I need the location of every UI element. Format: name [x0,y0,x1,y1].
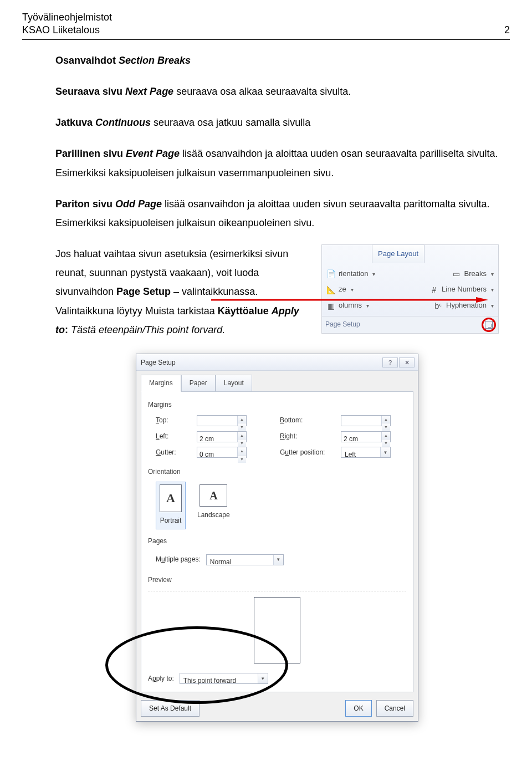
spinner-down-icon[interactable]: ▼ [382,423,390,431]
input-left-value: 2 cm [197,432,237,442]
tab-panel-margins: Margins TTop:op: ▲▼ Bottom: ▲▼ Left: 2 c… [141,391,413,692]
p5-f: : [65,324,71,335]
group-orientation-label: Orientation [148,466,406,478]
input-left[interactable]: 2 cm▲▼ [197,431,247,442]
p2-rest: seuraava osa jatkuu samalla sivulla [151,117,310,128]
title-fi: Osanvaihdot [55,55,119,66]
label-gutter: Gutter: [156,446,197,459]
header-line-2: KSAO Liiketalous [22,24,112,37]
cancel-button[interactable]: Cancel [376,700,413,717]
dropdown-icon: ▾ [372,269,375,279]
p5-g: Tästä eteenpäin/This point forvard. [71,324,225,335]
dialog-launcher-button[interactable] [485,321,493,329]
input-bottom[interactable]: ▲▼ [341,415,391,426]
combo-apply-to[interactable]: This point forward▼ [180,673,268,684]
combo-multiple-pages-value: Normal [207,555,273,565]
input-bottom-value [341,416,381,426]
dropdown-icon: ▾ [366,300,369,311]
portrait-icon: A [160,484,182,512]
p5-d: Käyttöalue [218,305,272,316]
tab-layout[interactable]: Layout [216,375,252,392]
margins-grid: TTop:op: ▲▼ Bottom: ▲▼ Left: 2 cm▲▼ Righ… [148,414,406,458]
p2-bold-italic: Continuous [95,117,151,128]
input-right-value: 2 cm [341,432,381,442]
ok-button[interactable]: OK [345,700,371,717]
spinner-up-icon[interactable]: ▲ [382,432,390,440]
breaks-label[interactable]: Breaks [464,267,487,281]
columns-icon: ▥ [326,302,335,310]
spinner-down-icon[interactable]: ▼ [382,440,390,447]
size-label[interactable]: ze [339,283,346,297]
p3-bold: Parillinen sivu [55,148,126,159]
p3-bold-italic: Event Page [126,148,180,159]
input-gutter[interactable]: 0 cm▲▼ [197,447,247,458]
set-as-default-button[interactable]: Set As Default [141,700,200,717]
p1-bold-italic: Next Page [125,86,173,97]
size-icon: 📐 [326,285,335,294]
page-setup-dialog: Page Setup ? ✕ Margins Paper Layout Marg… [136,354,418,722]
group-pages-label: Pages [148,535,406,548]
annotation-red-circle [482,318,496,332]
window-buttons: ? ✕ [382,358,415,367]
label-top: TTop:op: [156,414,197,427]
section-title: Osanvaihdot Section Breaks [55,51,499,70]
combo-gutter-position-value: Left [341,447,380,457]
spinner-down-icon[interactable]: ▼ [238,423,246,431]
line-numbers-icon: # [429,285,438,294]
p4-bold: Pariton sivu [55,198,115,210]
page-header: Työvälineohjelmistot KSAO Liiketalous 2 [22,11,510,37]
dialog-titlebar: Page Setup ? ✕ [136,354,418,371]
combo-multiple-pages[interactable]: Normal▼ [206,554,284,565]
input-right[interactable]: 2 cm▲▼ [341,431,391,442]
ribbon-snippet: Page Layout 📄 rientation▾ ▭ Breaks▾ 📐 ze… [321,244,499,334]
orientation-landscape[interactable]: A Landscape [193,482,234,530]
dropdown-icon: ▾ [351,284,354,295]
spinner-down-icon[interactable]: ▼ [238,456,246,463]
input-top[interactable]: ▲▼ [197,415,247,426]
group-preview-label: Preview [148,574,406,586]
spinner-down-icon[interactable]: ▼ [238,440,246,447]
orientation-portrait[interactable]: A Portrait [156,482,186,530]
ribbon-row-2: 📐 ze▾ # Line Numbers▾ [326,282,494,298]
orientation-label[interactable]: rientation [339,267,368,281]
hyphenation-icon: bᶜ [434,302,443,310]
spinner-up-icon[interactable]: ▲ [238,432,246,440]
line-numbers-label[interactable]: Line Numbers [442,283,487,297]
page-number: 2 [504,24,510,37]
para-even-page: Parillinen sivu Event Page lisää osanvai… [55,144,499,182]
title-en: Section Breaks [119,55,191,66]
p5-bold: Page Setup [116,286,171,297]
orientation-icon: 📄 [326,269,335,278]
portrait-label: Portrait [160,514,182,527]
para-next-page: Seuraava sivu Next Page seuraava osa alk… [55,82,499,101]
tab-paper[interactable]: Paper [181,375,216,392]
p1-bold: Seuraava sivu [55,86,125,97]
dialog-wrap: Page Setup ? ✕ Margins Paper Layout Marg… [55,354,499,722]
dropdown-icon: ▾ [491,300,494,311]
dialog-title: Page Setup [141,356,176,369]
close-button[interactable]: ✕ [399,358,415,367]
body-content: Osanvaihdot Section Breaks Seuraava sivu… [22,51,510,722]
group-margins-label: Margins [148,399,406,411]
spinner-up-icon[interactable]: ▲ [238,416,246,423]
pages-row: Multiple pages: Normal▼ [148,553,406,566]
columns-label[interactable]: olumns [339,299,362,313]
dialog-footer: Set As Default OK Cancel [136,697,418,722]
breaks-icon: ▭ [452,269,461,278]
p2-bold: Jatkuva [55,117,95,128]
spinner-up-icon[interactable]: ▲ [238,447,246,455]
para-odd-page: Pariton sivu Odd Page lisää osanvaihdon … [55,195,499,232]
hyphenation-label[interactable]: Hyphenation [446,299,487,313]
tab-margins[interactable]: Margins [141,375,181,392]
ribbon-tab-page-layout[interactable]: Page Layout [372,244,424,263]
label-gutter-position: Gutter position: [280,446,341,459]
spinner-up-icon[interactable]: ▲ [382,416,390,423]
para-continuous: Jatkuva Continuous seuraava osa jatkuu s… [55,113,499,132]
help-button[interactable]: ? [382,358,398,367]
ribbon-row-3: ▥ olumns▾ bᶜ Hyphenation▾ [326,298,494,314]
combo-gutter-position[interactable]: Left▼ [341,447,391,458]
header-left: Työvälineohjelmistot KSAO Liiketalous [22,11,112,37]
combo-apply-to-value: This point forward [180,673,258,683]
landscape-icon: A [200,484,227,507]
preview-area [148,591,406,663]
